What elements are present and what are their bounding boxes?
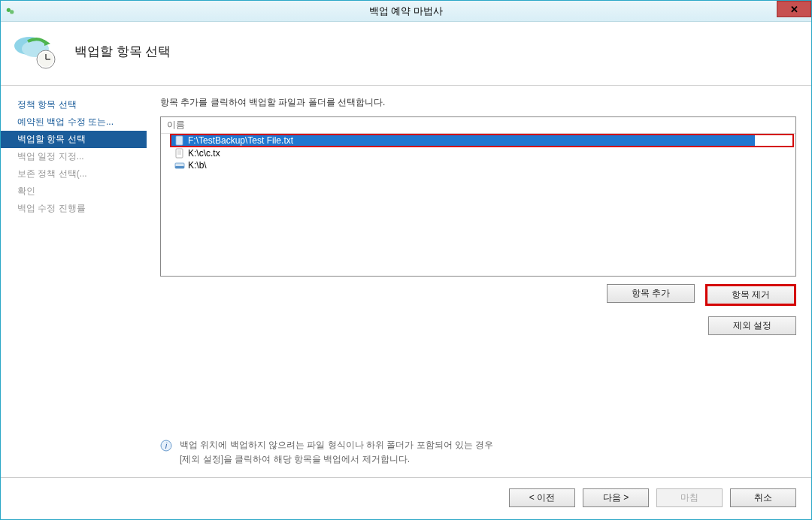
exclusion-settings-button[interactable]: 제외 설정 — [708, 316, 796, 335]
main-panel: 항목 추가를 클릭하여 백업할 파일과 폴더를 선택합니다. 이름 F:\Tes… — [147, 86, 811, 477]
button-row-2: 제외 설정 — [160, 316, 796, 335]
instruction-text: 항목 추가를 클릭하여 백업할 파일과 폴더를 선택합니다. — [160, 96, 796, 109]
sidebar-item-modify[interactable]: 예약된 백업 수정 또는... — [1, 113, 147, 131]
next-button[interactable]: 다음 > — [583, 488, 649, 507]
list-item[interactable]: F:\TestBackup\Test File.txt — [170, 134, 794, 147]
add-item-button[interactable]: 항목 추가 — [607, 284, 695, 303]
sidebar-item-confirm: 확인 — [1, 183, 147, 200]
body: 정책 항목 선택 예약된 백업 수정 또는... 백업할 항목 선택 백업 일정… — [1, 86, 811, 477]
items-listbox[interactable]: 이름 F:\TestBackup\Test File.txt K:\c\c.tx — [160, 116, 796, 277]
sidebar-item-schedule: 백업 일정 지정... — [1, 148, 147, 165]
finish-button: 마침 — [656, 488, 723, 507]
file-icon — [174, 148, 185, 159]
header-icon — [13, 32, 59, 70]
cancel-button[interactable]: 취소 — [730, 488, 796, 507]
titlebar: 백업 예약 마법사 ✕ — [1, 1, 811, 22]
list-column-header: 이름 — [161, 117, 795, 134]
window-title: 백업 예약 마법사 — [369, 5, 443, 18]
wizard-header: 백업할 항목 선택 — [1, 22, 811, 85]
file-icon — [174, 135, 185, 146]
list-item-label: K:\b\ — [188, 160, 207, 171]
previous-button[interactable]: < 이전 — [509, 488, 575, 507]
list-item-label: F:\TestBackup\Test File.txt — [188, 135, 293, 146]
svg-marker-4 — [44, 40, 50, 46]
sidebar-item-policy[interactable]: 정책 항목 선택 — [1, 96, 147, 113]
svg-rect-9 — [176, 136, 183, 145]
app-icon — [5, 6, 16, 17]
remove-item-button[interactable]: 항목 제거 — [705, 284, 796, 306]
svg-rect-15 — [175, 166, 184, 168]
page-title: 백업할 항목 선택 — [74, 43, 171, 60]
info-area: i 백업 위치에 백업하지 않으려는 파일 형식이나 하위 폴더가 포함되어 있… — [160, 432, 796, 477]
close-button[interactable]: ✕ — [777, 1, 811, 17]
sidebar-item-retention: 보존 정책 선택(... — [1, 165, 147, 183]
info-text: 백업 위치에 백업하지 않으려는 파일 형식이나 하위 폴더가 포함되어 있는 … — [180, 438, 493, 467]
wizard-window: 백업 예약 마법사 ✕ 백업할 항목 선택 정책 항목 선택 예약된 백업 수정… — [0, 0, 812, 520]
info-icon: i — [160, 440, 172, 452]
drive-icon — [174, 160, 185, 171]
sidebar-item-progress: 백업 수정 진행률 — [1, 200, 147, 217]
footer: < 이전 다음 > 마침 취소 — [1, 477, 811, 519]
sidebar: 정책 항목 선택 예약된 백업 수정 또는... 백업할 항목 선택 백업 일정… — [1, 86, 147, 477]
sidebar-item-select-items[interactable]: 백업할 항목 선택 — [1, 131, 147, 148]
close-icon: ✕ — [790, 4, 798, 15]
svg-point-0 — [7, 8, 11, 11]
list-item[interactable]: K:\b\ — [161, 159, 795, 171]
list-item[interactable]: K:\c\c.tx — [161, 147, 795, 159]
svg-rect-10 — [176, 149, 183, 158]
svg-point-1 — [10, 10, 14, 14]
button-row-1: 항목 추가 항목 제거 — [160, 284, 796, 306]
list-item-label: K:\c\c.tx — [188, 148, 220, 159]
